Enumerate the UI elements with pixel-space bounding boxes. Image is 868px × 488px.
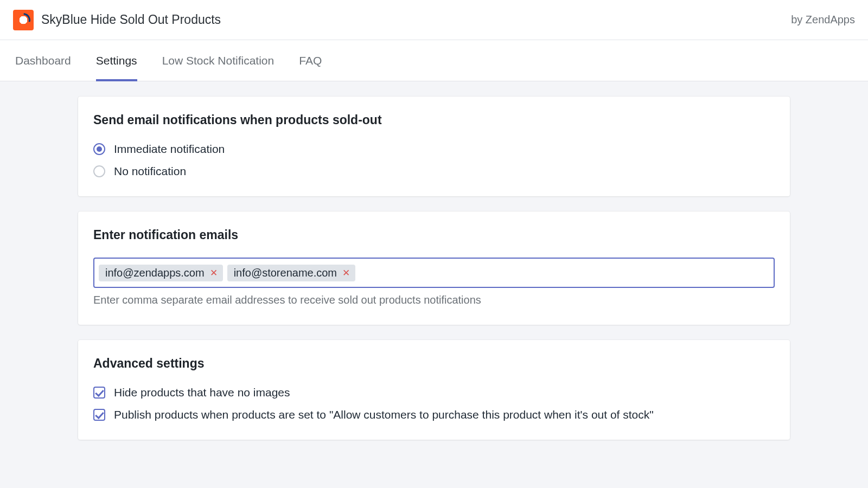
emails-help-text: Enter comma separate email addresses to … [93,294,775,306]
radio-icon [93,143,105,155]
checkbox-publish-out-of-stock[interactable]: Publish products when products are set t… [93,408,775,421]
radio-no-notification[interactable]: No notification [93,165,775,178]
email-tag: info@zendapps.com ✕ [99,265,223,281]
checkbox-label: Hide products that have no images [114,386,290,399]
tab-settings[interactable]: Settings [96,40,137,81]
card-notifications: Send email notifications when products s… [78,97,790,196]
card-emails-title: Enter notification emails [93,228,775,242]
content-area: Send email notifications when products s… [0,81,868,461]
tab-dashboard[interactable]: Dashboard [15,40,71,81]
email-tag-text: info@storename.com [234,267,337,279]
tab-faq[interactable]: FAQ [299,40,322,81]
remove-tag-icon[interactable]: ✕ [342,268,350,278]
checkbox-label: Publish products when products are set t… [114,408,654,421]
card-advanced: Advanced settings Hide products that hav… [78,340,790,440]
app-header: SkyBlue Hide Sold Out Products by ZendAp… [0,0,868,40]
notification-radio-group: Immediate notification No notification [93,143,775,178]
radio-immediate-notification[interactable]: Immediate notification [93,143,775,156]
tab-bar: Dashboard Settings Low Stock Notificatio… [0,40,868,81]
advanced-checkbox-group: Hide products that have no images Publis… [93,386,775,421]
checkbox-hide-no-images[interactable]: Hide products that have no images [93,386,775,399]
header-left: SkyBlue Hide Sold Out Products [13,10,221,30]
checkbox-icon [93,409,105,421]
app-logo-icon [13,10,34,30]
radio-icon [93,165,105,177]
card-emails: Enter notification emails info@zendapps.… [78,211,790,325]
emails-tag-input[interactable]: info@zendapps.com ✕ info@storename.com ✕ [93,258,775,288]
checkbox-icon [93,387,105,399]
card-notifications-title: Send email notifications when products s… [93,113,775,127]
remove-tag-icon[interactable]: ✕ [210,268,218,278]
app-title: SkyBlue Hide Sold Out Products [41,12,221,27]
tab-low-stock-notification[interactable]: Low Stock Notification [162,40,275,81]
vendor-label: by ZendApps [791,14,855,26]
card-advanced-title: Advanced settings [93,356,775,371]
email-tag: info@storename.com ✕ [227,265,355,281]
radio-label: No notification [114,165,186,178]
radio-label: Immediate notification [114,143,225,156]
email-tag-text: info@zendapps.com [105,267,205,279]
